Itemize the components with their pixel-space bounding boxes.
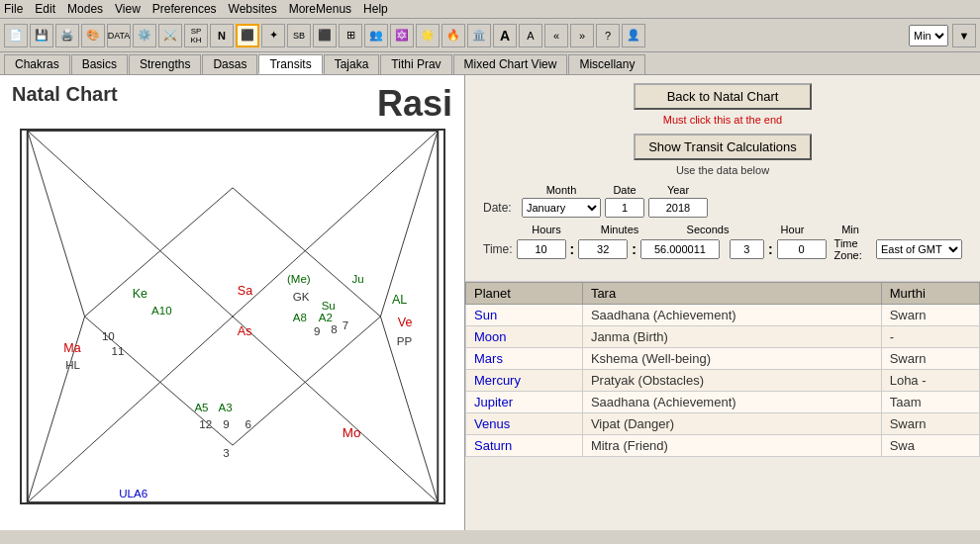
tab-chakras[interactable]: Chakras — [4, 54, 70, 74]
murthi-name: Swarn — [881, 348, 979, 370]
toolbar-print[interactable]: 🖨️ — [55, 24, 79, 47]
tab-transits[interactable]: Transits — [258, 54, 322, 74]
toolbar-people[interactable]: 👥 — [364, 24, 388, 47]
seconds-input[interactable] — [640, 239, 720, 259]
month-header: Month — [522, 184, 601, 196]
tz-label: Time Zone: — [834, 237, 872, 261]
time-row: Time: : : : Time Zone: East of GMT West … — [483, 237, 962, 261]
toolbar-fire[interactable]: 🔥 — [441, 24, 465, 47]
svg-text:Ma: Ma — [63, 341, 80, 355]
table-row: Mars Kshema (Well-being) Swarn — [466, 348, 980, 370]
day-input[interactable] — [605, 198, 644, 218]
murthi-name: Swarn — [881, 413, 979, 435]
svg-text:Ve: Ve — [397, 316, 412, 329]
tab-tithi-prav[interactable]: Tithi Prav — [380, 54, 451, 74]
murthi-name: Loha - — [881, 370, 979, 392]
tab-dasas[interactable]: Dasas — [202, 54, 257, 74]
menu-moremenus[interactable]: MoreMenus — [289, 2, 351, 16]
hour-input[interactable] — [730, 239, 764, 259]
month-select[interactable]: JanuaryFebruaryMarch AprilMayJune JulyAu… — [522, 198, 601, 218]
chart-title: Natal Chart Rasi — [4, 79, 460, 129]
colon2: : — [632, 241, 637, 257]
toolbar-a-large[interactable]: A — [493, 24, 517, 47]
tab-tajaka[interactable]: Tajaka — [324, 54, 380, 74]
year-input[interactable] — [648, 198, 708, 218]
toolbar-spkh[interactable]: SP KH — [184, 24, 208, 47]
back-to-natal-button[interactable]: Back to Natal Chart — [634, 83, 812, 110]
toolbar-color[interactable]: 🎨 — [81, 24, 105, 47]
toolbar-star2[interactable]: 🔯 — [390, 24, 414, 47]
menu-websites[interactable]: Websites — [229, 2, 277, 16]
chart-svg: Ke A10 10 11 (Me) Ju GK Su A8 A2 8 9 7 A… — [22, 131, 443, 502]
planet-name: Saturn — [466, 435, 583, 457]
hours-input[interactable] — [517, 239, 566, 259]
toolbar-user[interactable]: 👤 — [622, 24, 645, 47]
toolbar-star[interactable]: ✦ — [261, 24, 285, 47]
toolbar-forward[interactable]: » — [570, 24, 594, 47]
toolbar-temple[interactable]: 🏛️ — [467, 24, 491, 47]
min-header: Min — [826, 224, 875, 235]
show-note: Use the data below — [475, 164, 970, 176]
svg-text:9: 9 — [313, 325, 319, 337]
menu-help[interactable]: Help — [363, 2, 388, 16]
tara-name: Pratyak (Obstacles) — [582, 370, 881, 392]
tara-name: Mitra (Friend) — [582, 435, 881, 457]
menu-view[interactable]: View — [115, 2, 141, 16]
hour-header: Hour — [775, 224, 810, 235]
toolbar-size-select[interactable]: Min — [909, 25, 948, 46]
toolbar-help[interactable]: ? — [596, 24, 620, 47]
svg-text:Su: Su — [321, 300, 335, 312]
tab-miscellany[interactable]: Miscellany — [568, 54, 645, 74]
toolbar-n[interactable]: N — [210, 24, 234, 47]
toolbar-sparkle[interactable]: 🌟 — [416, 24, 440, 47]
toolbar-grid[interactable]: ⬛ — [236, 24, 259, 47]
toolbar-sword[interactable]: ⚔️ — [158, 24, 182, 47]
chart-title-right: Rasi — [377, 83, 452, 125]
svg-text:9: 9 — [223, 418, 229, 430]
toolbar-save[interactable]: 💾 — [30, 24, 53, 47]
toolbar-more[interactable]: ▼ — [952, 24, 976, 47]
minutes-input[interactable] — [578, 239, 628, 259]
menu-edit[interactable]: Edit — [35, 2, 55, 16]
toolbar-grid2[interactable]: ⊞ — [339, 24, 362, 47]
right-top: Back to Natal Chart Must click this at t… — [465, 75, 980, 282]
svg-text:PP: PP — [396, 335, 412, 347]
seconds-header: Seconds — [668, 224, 747, 235]
menu-modes[interactable]: Modes — [67, 2, 103, 16]
tara-name: Janma (Birth) — [582, 326, 881, 348]
tab-mixed-chart[interactable]: Mixed Chart View — [453, 54, 568, 74]
tab-strengths[interactable]: Strengths — [129, 54, 201, 74]
svg-text:AL: AL — [392, 293, 407, 307]
tara-name: Saadhana (Achievement) — [582, 305, 881, 326]
toolbar-back[interactable]: « — [544, 24, 568, 47]
menu-preferences[interactable]: Preferences — [152, 2, 217, 16]
table-row: Mercury Pratyak (Obstacles) Loha - — [466, 370, 980, 392]
planets-table: Planet Tara Murthi Sun Saadhana (Achieve… — [465, 282, 980, 457]
time-label: Time: — [483, 242, 513, 256]
show-transit-button[interactable]: Show Transit Calculations — [634, 134, 812, 160]
toolbar-a-small[interactable]: A — [519, 24, 542, 47]
svg-text:A3: A3 — [218, 402, 232, 413]
svg-text:A10: A10 — [151, 305, 172, 317]
back-note: Must click this at the end — [475, 114, 970, 126]
toolbar-new[interactable]: 📄 — [4, 24, 28, 47]
tara-name: Saadhana (Achievement) — [582, 392, 881, 413]
toolbar-settings[interactable]: ⚙️ — [133, 24, 156, 47]
toolbar-sb[interactable]: SB — [287, 24, 311, 47]
colon1: : — [570, 241, 575, 257]
menu-file[interactable]: File — [4, 2, 23, 16]
table-row: Saturn Mitra (Friend) Swa — [466, 435, 980, 457]
svg-text:A5: A5 — [194, 402, 208, 413]
tab-basics[interactable]: Basics — [71, 54, 128, 74]
svg-text:Sa: Sa — [237, 284, 251, 298]
col-murthi: Murthi — [881, 283, 979, 305]
main-content: Natal Chart Rasi Ke A10 — [0, 75, 980, 530]
toolbar-data[interactable]: DATA — [107, 24, 131, 47]
svg-text:HL: HL — [65, 359, 80, 371]
min-input[interactable] — [777, 239, 827, 259]
toolbar-sq[interactable]: ⬛ — [313, 24, 337, 47]
tz-select[interactable]: East of GMT West of GMT — [876, 239, 962, 259]
svg-text:Ke: Ke — [132, 287, 147, 301]
planet-name: Mars — [466, 348, 583, 370]
tara-name: Vipat (Danger) — [582, 413, 881, 435]
